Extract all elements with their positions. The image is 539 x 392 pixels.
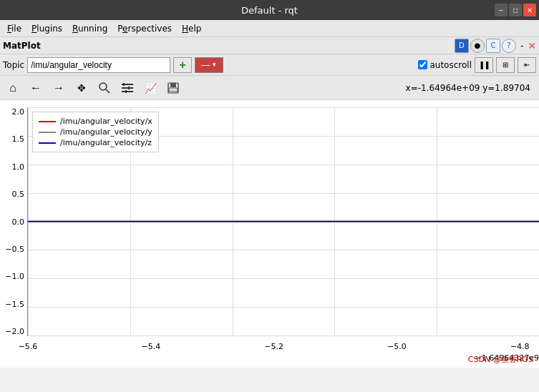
wrap-button[interactable]: ⇤ xyxy=(518,57,536,73)
svg-rect-7 xyxy=(125,90,127,93)
save-icon xyxy=(167,82,180,94)
topic-add-button[interactable]: + xyxy=(173,57,192,73)
y-label-10: 1.0 xyxy=(12,162,25,172)
menu-help[interactable]: Help xyxy=(178,22,205,35)
coords-display: x=-1.64964e+09 y=1.89704 xyxy=(406,83,536,93)
topic-input[interactable] xyxy=(27,57,170,73)
topic-remove-button[interactable]: — ▼ xyxy=(195,57,223,73)
y-label-n05: −0.5 xyxy=(5,245,24,254)
close-icon[interactable]: ✕ xyxy=(528,40,536,52)
title-bar-buttons: − □ ✕ xyxy=(495,4,536,16)
chart-svg xyxy=(28,107,539,335)
title-bar: Default - rqt − □ ✕ xyxy=(0,0,539,20)
svg-rect-4 xyxy=(122,91,133,92)
plugin-title: MatPlot xyxy=(3,41,41,51)
pan-button[interactable]: ✥ xyxy=(72,78,92,98)
autoscroll-controls: autoscroll ▐▐ ⊞ ⇤ xyxy=(418,57,536,73)
svg-rect-10 xyxy=(169,88,178,92)
y-label-n10: −1.0 xyxy=(5,272,24,281)
toolbar: ⌂ ← → ✥ 📈 x=-1.64964e+09 y=1.89704 xyxy=(0,76,539,100)
x-label-54: −5.4 xyxy=(141,342,160,351)
menu-bar: File Plugins Running Perspectives Help xyxy=(0,20,539,37)
y-label-15: 1.5 xyxy=(12,134,25,144)
home-button[interactable]: ⌂ xyxy=(3,78,23,98)
configure-icon xyxy=(121,82,134,94)
zoom-button[interactable] xyxy=(94,78,115,98)
y-label-05: 0.5 xyxy=(12,190,25,199)
help-icon[interactable]: ? xyxy=(502,39,516,53)
svg-rect-3 xyxy=(122,87,133,89)
autoscroll-checkbox[interactable] xyxy=(418,60,427,69)
configure-button[interactable] xyxy=(117,78,137,98)
chart-wrapper: 2.0 1.5 1.0 0.5 0.0 −0.5 −1.0 −1.5 −2.0 xyxy=(0,100,539,368)
c-icon[interactable]: C xyxy=(486,39,500,53)
x-label-52: −5.2 xyxy=(264,342,283,351)
y-label-n20: −2.0 xyxy=(5,327,24,336)
grid-h-9 xyxy=(28,335,539,336)
topic-bar: Topic + — ▼ autoscroll ▐▐ ⊞ ⇤ xyxy=(0,54,539,76)
x-label-48: −4.8 xyxy=(510,342,530,351)
x-axis-labels: −5.6 −5.4 −5.2 −5.0 −4.8 xyxy=(28,342,539,351)
back-button[interactable]: ← xyxy=(26,78,46,98)
svg-line-1 xyxy=(106,89,110,93)
remove-icon: — xyxy=(201,60,210,70)
d-icon[interactable]: D xyxy=(455,39,469,53)
x-label-56: −5.6 xyxy=(19,342,38,351)
window-title: Default - rqt xyxy=(241,5,298,16)
icon-group: D ● C ? xyxy=(455,39,516,53)
menu-running[interactable]: Running xyxy=(68,22,112,35)
y-axis: 2.0 1.5 1.0 0.5 0.0 −0.5 −1.0 −1.5 −2.0 xyxy=(0,100,27,368)
y-label-n15: −1.5 xyxy=(5,300,24,309)
y-label-00: 0.0 xyxy=(12,217,25,227)
minus-separator: - xyxy=(520,41,523,51)
menu-perspectives[interactable]: Perspectives xyxy=(113,22,176,35)
watermark: CSDN @鱼香ROS xyxy=(468,354,533,365)
pause-button[interactable]: ▐▐ xyxy=(475,57,493,73)
svg-point-0 xyxy=(99,83,107,90)
plugin-header: MatPlot D ● C ? - ✕ xyxy=(0,37,539,54)
forward-button[interactable]: → xyxy=(49,78,69,98)
chart-container: 2.0 1.5 1.0 0.5 0.0 −0.5 −1.0 −1.5 −2.0 xyxy=(0,100,539,368)
zoom-icon xyxy=(98,82,111,94)
trend-button[interactable]: 📈 xyxy=(140,78,160,98)
y-label-20: 2.0 xyxy=(12,107,25,117)
close-button[interactable]: ✕ xyxy=(523,4,536,16)
topic-label: Topic xyxy=(3,60,24,70)
menu-plugins[interactable]: Plugins xyxy=(27,22,67,35)
x-label-50: −5.0 xyxy=(387,342,407,351)
right-controls: D ● C ? - ✕ xyxy=(455,39,536,53)
autoscroll-label[interactable]: autoscroll xyxy=(418,60,472,70)
svg-rect-9 xyxy=(170,83,176,87)
menu-file[interactable]: File xyxy=(3,22,26,35)
dot-icon[interactable]: ● xyxy=(470,39,485,53)
minimize-button[interactable]: − xyxy=(495,4,508,16)
svg-rect-5 xyxy=(123,83,125,86)
svg-rect-6 xyxy=(128,87,130,89)
save-button[interactable] xyxy=(163,78,183,98)
remove-dropdown: ▼ xyxy=(211,62,217,68)
table-button[interactable]: ⊞ xyxy=(496,57,515,73)
maximize-button[interactable]: □ xyxy=(509,4,522,16)
autoscroll-text: autoscroll xyxy=(429,60,472,70)
chart-inner: /imu/angular_velocity/x /imu/angular_vel… xyxy=(27,107,539,336)
